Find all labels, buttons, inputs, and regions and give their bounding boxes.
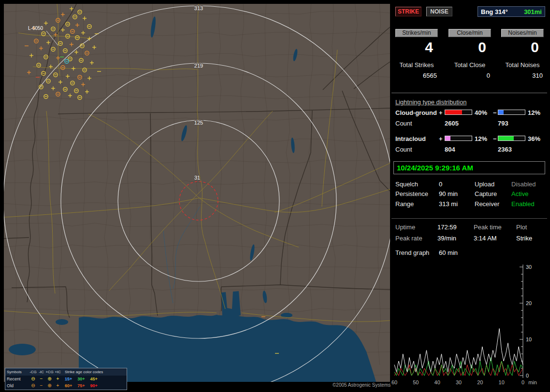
ring-label-125: 125 [194,120,203,126]
svg-text:30: 30 [456,379,462,385]
circle-plus-icon: ⊕ [45,383,54,388]
age-15: 15+ [65,377,72,381]
legend-old-label: Old [7,383,29,388]
legend-symbols-header: Symbols [7,370,29,374]
copyright-text: ©2005 Astrogenic Systems [333,382,391,388]
svg-text:40: 40 [434,379,440,385]
range-label: Range [395,200,414,208]
total-noises-value: 310 [501,72,544,79]
legend-col-neg-cg: -CG [29,370,37,375]
ic-plus-bar [445,136,472,141]
legend-col-pos-ic: +IC [54,370,62,375]
upload-value: Disabled [511,181,536,188]
cg-minus-count: 793 [498,120,508,127]
peak-rate-value: 39/min [437,235,456,242]
noises-stat-column: Noises/min 0 Total Noises 310 [501,29,544,79]
svg-text:20: 20 [526,300,532,306]
cg-minus-pct: 12% [528,109,540,116]
peak-time-value: 3:14 AM [474,235,497,242]
ic-plus-pct: 12% [475,135,487,142]
squelch-value: 0 [439,181,442,188]
strikes-stat-column: Strikes/min 4 Total Strikes 6565 [395,29,438,79]
svg-text:10: 10 [499,379,505,385]
plus-sign: + [439,135,443,142]
strike-legend: Symbols -CG -IC +CG +IC Strike age color… [5,368,127,390]
legend-recent-label: Recent [7,377,29,381]
session-row-2: Peak rate 39/min 3:14 AM Strike [391,235,547,242]
capture-value: Active [511,190,528,197]
intracloud-counts: Count 804 2363 [391,146,547,153]
upload-label: Upload [475,181,494,188]
peak-time-label: Peak time [474,224,502,231]
cg-plus-count: 2605 [445,120,459,127]
capture-label: Capture [475,190,497,197]
map-view[interactable]: 313 219 125 31 L-6050 [4,4,390,382]
legend-col-pos-cg: +CG [45,370,54,375]
distribution-title: Lightning type distribution [395,98,466,106]
minus-sign: − [493,109,497,116]
close-per-min-value: 0 [449,39,491,56]
total-strikes-label: Total Strikes [395,61,438,69]
uptime-label: Uptime [395,224,415,231]
trend-window-value: 60 min [439,249,458,256]
storm-cell-id: L-6050 [28,26,43,31]
svg-text:0: 0 [526,373,529,378]
svg-text:0: 0 [521,379,524,385]
cg-minus-bar [498,110,525,115]
receiver-label: Receiver [475,200,499,208]
cg-plus-bar [445,110,472,115]
noises-per-min-value: 0 [501,39,544,56]
svg-text:50: 50 [413,379,419,385]
ring-label-313: 313 [194,5,203,11]
control-panel: STRIKE NOISE Bng 314° 301mi Strikes/min … [391,4,547,389]
strikes-per-min-value: 4 [395,39,438,56]
age-30: 30+ [77,377,85,381]
svg-text:30: 30 [526,264,532,270]
plus-icon: + [54,383,62,388]
total-close-value: 0 [449,72,491,79]
count-label: Count [395,146,412,153]
ic-plus-count: 804 [445,146,455,153]
cloud-ground-label: Cloud-ground [395,109,437,116]
ring-label-219: 219 [194,63,203,69]
plot-label: Plot [516,224,527,231]
count-label: Count [395,120,412,127]
svg-text:60: 60 [391,379,397,385]
svg-text:20: 20 [477,379,483,385]
section-divider [391,93,547,93]
status-row-range: Range 313 mi Receiver Enabled [391,200,547,208]
close-stat-column: Close/min 0 Total Close 0 [449,29,491,79]
total-close-label: Total Close [449,61,491,69]
strikes-per-min-chip: Strikes/min [395,29,438,37]
minus-icon: − [37,383,45,388]
svg-text:min: min [528,379,537,385]
plus-sign: + [439,109,443,116]
persistence-label: Persistence [395,190,428,197]
ic-minus-count: 2363 [498,146,512,153]
receiver-value: Enabled [511,200,535,208]
age-90: 90+ [90,383,98,388]
circle-plus-icon: ⊕ [45,377,54,381]
intracloud-label: Intracloud [395,135,426,142]
legend-col-neg-ic: -IC [37,370,45,375]
datetime-display: 10/24/2025 9:29:16 AM [393,161,545,174]
intracloud-row: Intracloud + 12% − 36% [391,135,547,142]
strike-toggle-button[interactable]: STRIKE [395,7,421,16]
age-60: 60+ [65,383,72,388]
range-value: 313 mi [439,200,458,208]
session-row-1: Uptime 172:59 Peak time Plot [391,224,547,231]
total-noises-label: Total Noises [501,61,544,69]
noise-toggle-button[interactable]: NOISE [426,7,452,16]
trend-graph-row: Trend graph 60 min [391,249,547,256]
minus-icon: − [37,377,45,381]
minus-sign: − [493,135,497,142]
map-svg: 313 219 125 31 L-6050 [4,4,390,382]
bearing-range-value: 301mi [524,8,542,15]
close-per-min-chip: Close/min [449,29,491,37]
cloud-ground-row: Cloud-ground + 40% − 12% [391,109,547,116]
circle-minus-icon: ⊖ [29,383,37,388]
trend-graph-plot: 30201006050403020100min [391,260,547,389]
total-strikes-value: 6565 [395,72,438,79]
svg-text:10: 10 [526,336,532,342]
plot-mode-value: Strike [516,235,532,242]
